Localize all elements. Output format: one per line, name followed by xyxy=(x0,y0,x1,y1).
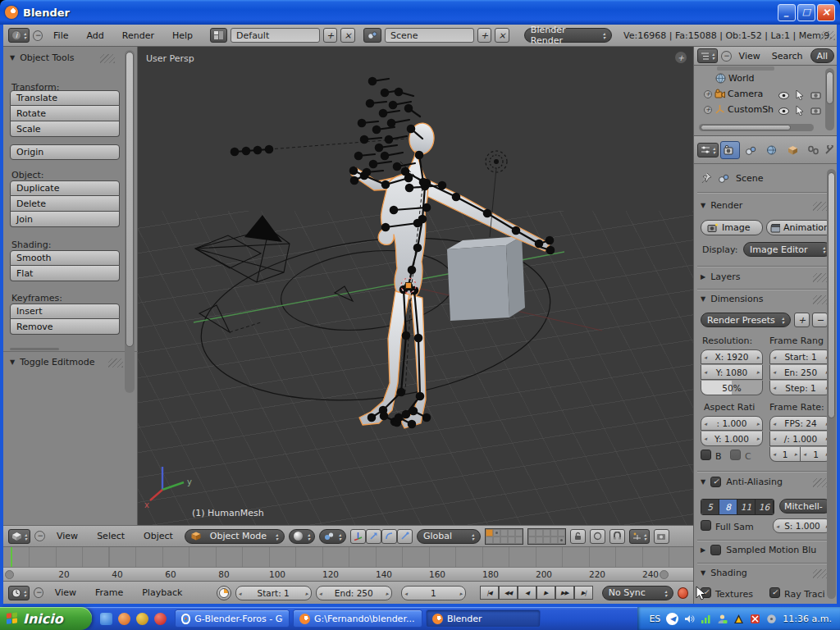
tab-constraints[interactable] xyxy=(804,141,823,159)
proportional-edit-button[interactable] xyxy=(590,529,605,544)
screen-layout-field[interactable]: Default xyxy=(231,28,320,43)
tab-world[interactable] xyxy=(762,141,781,159)
time-remap-old-field[interactable]: ◂1▸ xyxy=(769,447,801,462)
antialiasing-panel-header[interactable]: ▼ ✓ Anti-Aliasing xyxy=(701,477,783,487)
tab-object[interactable] xyxy=(783,141,801,159)
close-button[interactable]: × xyxy=(817,4,835,21)
layers-grid-2[interactable] xyxy=(527,528,566,545)
tray-antivirus-icon[interactable] xyxy=(750,614,760,624)
snap-element-dropdown[interactable]: ▴▾ xyxy=(629,529,650,544)
fps-base-field[interactable]: ◂/: 1.000▸ xyxy=(769,431,832,446)
task-button-file-browser[interactable]: G:\Fernando\blender... xyxy=(293,609,422,628)
add-scene-button[interactable]: + xyxy=(477,28,492,43)
collapse-menus-button[interactable]: − xyxy=(721,51,732,62)
expand-icon[interactable]: + xyxy=(704,90,712,98)
manipulator-rotate-button[interactable] xyxy=(381,529,397,544)
ruler-scroll-nub[interactable] xyxy=(5,570,14,579)
resolution-percentage-slider[interactable]: 50% xyxy=(701,381,763,395)
minimize-button[interactable]: _ xyxy=(778,4,796,21)
start-button[interactable]: Inicio xyxy=(0,607,92,630)
aa-filter-dropdown[interactable]: Mitchell- ▴▾ xyxy=(779,499,832,514)
filter-size-field[interactable]: ◂S: 1.000▸ xyxy=(773,518,832,533)
antialiasing-checkbox[interactable]: ✓ xyxy=(710,477,721,487)
menu-select[interactable]: Select xyxy=(89,531,132,541)
jump-to-start-button[interactable]: |◀ xyxy=(480,586,499,600)
quicklaunch-app-icon[interactable] xyxy=(118,613,130,625)
pivot-dropdown[interactable]: ▴▾ xyxy=(319,529,346,544)
layers-panel-header[interactable]: ▶ Layers xyxy=(701,272,741,282)
outliner-item-world[interactable]: World xyxy=(715,73,755,84)
flat-button[interactable]: Flat xyxy=(10,266,120,281)
frame-end-field[interactable]: ◂End: 250▸ xyxy=(316,586,392,600)
scene-browse-button[interactable] xyxy=(363,28,381,43)
translate-button[interactable]: Translate xyxy=(10,90,120,106)
menu-playback[interactable]: Playback xyxy=(135,587,189,598)
timeline-track[interactable]: 20 40 60 80 100 120 140 160 180 200 220 … xyxy=(3,546,693,581)
tab-scene[interactable] xyxy=(742,141,760,159)
dimensions-panel-header[interactable]: ▼ Dimensions xyxy=(701,294,763,304)
tray-disc-icon[interactable] xyxy=(766,614,777,624)
previous-keyframe-button[interactable]: ◀◀ xyxy=(499,586,518,600)
motion-blur-checkbox[interactable] xyxy=(710,545,721,555)
selectable-cursor-icon[interactable] xyxy=(796,90,804,100)
collapse-menus-button[interactable]: − xyxy=(34,531,45,541)
aspect-y-field[interactable]: ◂Y: 1.000▸ xyxy=(701,431,763,446)
menu-object[interactable]: Object xyxy=(136,531,180,541)
frame-step-field[interactable]: ◂Step: 1▸ xyxy=(769,381,832,395)
menu-render[interactable]: Render xyxy=(115,30,162,41)
editor-type-outliner-button[interactable]: ▴▾ xyxy=(697,48,718,63)
manipulator-translate-button[interactable] xyxy=(366,529,381,544)
insert-keyframe-button[interactable]: Insert xyxy=(10,304,120,319)
editor-type-properties-button[interactable]: ▴▾ xyxy=(697,143,719,158)
manipulator-axes-button[interactable] xyxy=(350,529,366,544)
render-opengl-button[interactable] xyxy=(654,529,669,544)
mode-dropdown[interactable]: Object Mode ▴▾ xyxy=(185,529,285,544)
remove-preset-button[interactable]: − xyxy=(812,313,828,327)
toggle-editmode-panel-header[interactable]: ▼ Toggle Editmode xyxy=(10,357,95,368)
record-button[interactable] xyxy=(678,587,688,599)
menu-add[interactable]: Add xyxy=(79,30,111,41)
outliner-hscrollbar-thumb[interactable] xyxy=(701,125,791,130)
render-engine-dropdown[interactable]: Blender Render ▴▾ xyxy=(524,28,612,43)
quicklaunch-opera-icon[interactable] xyxy=(154,613,167,625)
delete-scene-button[interactable]: × xyxy=(495,28,509,43)
window-titlebar[interactable]: Blender _ □ × xyxy=(0,0,840,25)
scene-name-field[interactable]: Scene xyxy=(385,28,474,43)
frame-start-field[interactable]: ◂Start: 1▸ xyxy=(235,586,312,600)
render-image-button[interactable]: Image xyxy=(701,220,763,235)
tray-app-icon[interactable] xyxy=(733,614,744,624)
renderable-camera-icon[interactable] xyxy=(810,91,821,99)
menu-search[interactable]: Search xyxy=(768,51,807,62)
collapse-menus-button[interactable]: − xyxy=(33,30,43,41)
rotate-button[interactable]: Rotate xyxy=(10,106,120,121)
frame-end-field[interactable]: ◂En: 250▸ xyxy=(769,365,832,380)
tray-signal-icon[interactable] xyxy=(701,614,711,624)
jump-to-end-button[interactable]: ▶| xyxy=(574,586,593,600)
editor-type-3dview-button[interactable]: ▴▾ xyxy=(8,529,30,544)
expand-icon[interactable]: + xyxy=(704,106,712,114)
play-button[interactable]: ▶ xyxy=(536,586,555,600)
menu-view[interactable]: View xyxy=(48,587,84,598)
menu-help[interactable]: Help xyxy=(165,30,200,41)
outliner-item-customshape[interactable]: + CustomSh xyxy=(704,104,774,115)
render-panel-header[interactable]: ▼ Render xyxy=(701,200,742,211)
quicklaunch-media-icon[interactable] xyxy=(136,613,148,625)
menu-file[interactable]: File xyxy=(46,30,75,41)
aa-samples-11-button[interactable]: 11 xyxy=(737,500,756,514)
full-sample-checkbox[interactable] xyxy=(701,520,711,531)
raytrace-checkbox[interactable]: ✓ xyxy=(769,587,780,598)
aa-samples-5-button[interactable]: 5 xyxy=(701,500,719,514)
aa-samples-16-button[interactable]: 16 xyxy=(756,500,774,514)
tab-modifiers[interactable] xyxy=(824,141,834,159)
viewport-3d[interactable]: y x User Persp (1) HumanMesh + xyxy=(138,47,693,525)
toolshelf-scrollbar-thumb[interactable] xyxy=(126,52,134,347)
add-layout-button[interactable]: + xyxy=(323,28,338,43)
timeline-ruler[interactable]: 20 40 60 80 100 120 140 160 180 200 220 … xyxy=(3,567,693,582)
current-frame-field[interactable]: ◂1▸ xyxy=(401,586,466,600)
quicklaunch-browser-icon[interactable] xyxy=(100,613,112,625)
snap-magnet-button[interactable] xyxy=(609,529,625,544)
render-animation-button[interactable]: Animation xyxy=(766,220,833,235)
delete-button[interactable]: Delete xyxy=(10,196,120,212)
origin-button[interactable]: Origin xyxy=(10,144,120,160)
orientation-dropdown[interactable]: Global ▴▾ xyxy=(417,529,481,544)
